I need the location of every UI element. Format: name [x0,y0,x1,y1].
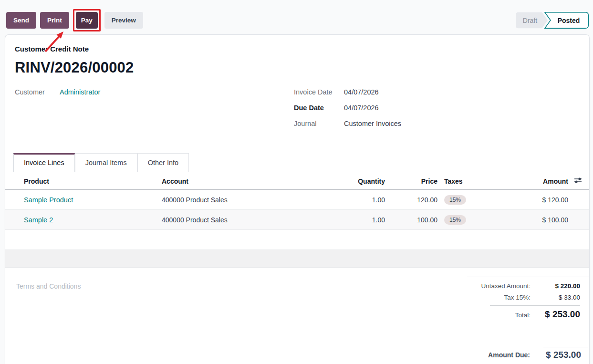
status-arrow-widget: Draft Posted [515,12,589,29]
total-label: Total: [515,312,531,319]
untaxed-amount-label: Untaxed Amount: [481,282,531,290]
total-row: Total: $ 253.00 [490,305,580,320]
notebook-tabs: Invoice Lines Journal Items Other Info [5,153,589,172]
send-button[interactable]: Send [6,12,36,29]
pay-annotation-box: Pay [73,9,101,31]
account-cell[interactable]: 400000 Product Sales [158,196,330,204]
pay-button[interactable]: Pay [76,12,98,29]
table-footer-band [5,250,589,268]
journal-label: Journal [294,120,344,127]
column-header-quantity: Quantity [330,177,385,185]
journal-value[interactable]: Customer Invoices [344,120,401,127]
quantity-cell[interactable]: 1.00 [330,196,385,204]
journal-field: Journal Customer Invoices [294,120,578,127]
empty-line-row[interactable] [5,230,589,250]
amount-due-label: Amount Due: [488,347,530,359]
header-fields: Customer Administrator Invoice Date 04/0… [15,88,578,135]
amount-due-block: Amount Due: $ 253.00 [5,347,589,360]
invoice-form-sheet: Customer Credit Note RINV/2026/00002 Cus… [5,34,590,364]
document-type-label: Customer Credit Note [15,45,578,53]
amount-cell: $ 100.00 [528,216,568,224]
amount-cell: $ 120.00 [528,196,568,204]
tax-value: $ 33.00 [531,294,580,301]
tax-badge[interactable]: 15% [444,215,466,225]
due-date-value[interactable]: 04/07/2026 [344,104,379,112]
date-fields: Invoice Date 04/07/2026 Due Date 04/07/2… [294,88,578,135]
optional-columns-icon[interactable] [568,177,589,185]
due-date-field: Due Date 04/07/2026 [294,104,578,112]
price-cell[interactable]: 100.00 [385,216,437,224]
quantity-cell[interactable]: 1.00 [330,216,385,224]
terms-and-conditions-input[interactable]: Terms and Conditions [16,277,467,324]
status-bar: Draft Posted [515,12,589,31]
bottom-section: Terms and Conditions Untaxed Amount: $ 2… [5,268,589,324]
tax-badge[interactable]: 15% [444,195,466,205]
column-header-price: Price [385,177,437,185]
customer-field: Customer Administrator [15,88,294,135]
tab-other-info[interactable]: Other Info [137,153,189,172]
column-header-product: Product [5,177,158,185]
untaxed-amount-row: Untaxed Amount: $ 220.00 [467,282,580,290]
tab-journal-items[interactable]: Journal Items [75,153,137,172]
table-row[interactable]: Sample Product 400000 Product Sales 1.00… [5,190,589,210]
column-header-amount: Amount [528,177,568,185]
totals-block: Untaxed Amount: $ 220.00 Tax 15%: $ 33.0… [467,277,589,324]
status-posted-label[interactable]: Posted [558,17,580,24]
document-header: Customer Credit Note RINV/2026/00002 Cus… [5,35,589,135]
preview-button[interactable]: Preview [104,12,143,29]
tax-row: Tax 15%: $ 33.00 [467,294,580,301]
untaxed-amount-value: $ 220.00 [531,282,580,290]
toolbar: Send Print Pay Preview Draft Posted [0,0,593,34]
invoice-date-value[interactable]: 04/07/2026 [344,88,379,96]
account-cell[interactable]: 400000 Product Sales [158,216,330,224]
product-link[interactable]: Sample 2 [24,216,53,224]
tab-invoice-lines[interactable]: Invoice Lines [13,153,75,172]
invoice-lines-table: Product Account Quantity Price Taxes Amo… [5,172,589,268]
total-value: $ 253.00 [531,309,580,320]
table-header-row: Product Account Quantity Price Taxes Amo… [5,172,589,190]
product-link[interactable]: Sample Product [24,196,73,204]
document-number: RINV/2026/00002 [15,59,578,76]
table-row[interactable]: Sample 2 400000 Product Sales 1.00 100.0… [5,210,589,230]
status-draft-label[interactable]: Draft [523,17,537,24]
customer-label: Customer [15,88,60,96]
tax-label: Tax 15%: [504,294,531,301]
invoice-date-label: Invoice Date [294,88,344,96]
print-button[interactable]: Print [40,12,69,29]
customer-value-link[interactable]: Administrator [60,88,100,96]
invoice-date-field: Invoice Date 04/07/2026 [294,88,578,96]
column-header-account: Account [158,177,330,185]
price-cell[interactable]: 120.00 [385,196,437,204]
column-header-taxes: Taxes [437,177,528,185]
due-date-label: Due Date [294,104,344,112]
amount-due-value: $ 253.00 [543,347,588,360]
